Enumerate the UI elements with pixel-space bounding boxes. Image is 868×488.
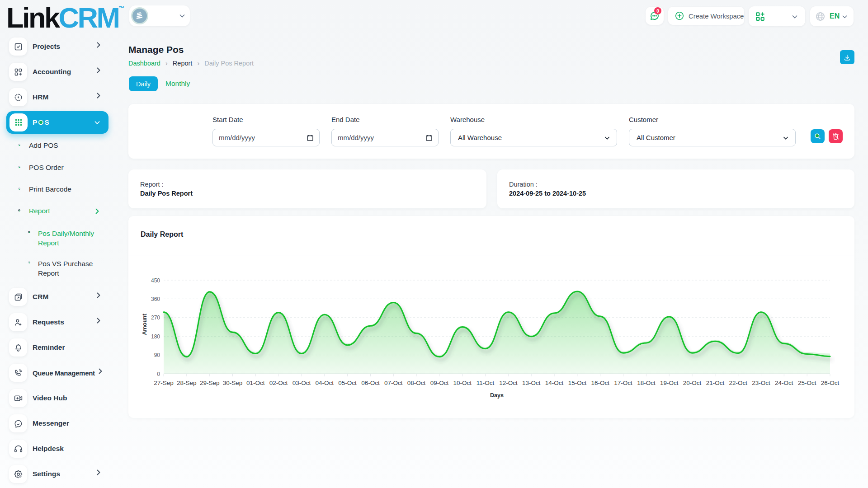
svg-text:28-Sep: 28-Sep [177, 380, 197, 386]
svg-text:02-Oct: 02-Oct [269, 380, 288, 386]
svg-text:08-Oct: 08-Oct [407, 380, 426, 386]
svg-text:14-Oct: 14-Oct [545, 380, 564, 386]
svg-text:90: 90 [154, 352, 160, 358]
svg-text:25-Oct: 25-Oct [798, 380, 816, 386]
svg-text:Amount: Amount [142, 314, 148, 335]
svg-text:06-Oct: 06-Oct [361, 380, 380, 386]
svg-text:10-Oct: 10-Oct [453, 380, 472, 386]
svg-text:12-Oct: 12-Oct [499, 380, 518, 386]
svg-text:04-Oct: 04-Oct [316, 380, 334, 386]
svg-text:09-Oct: 09-Oct [430, 380, 449, 386]
svg-text:270: 270 [151, 314, 160, 321]
svg-text:11-Oct: 11-Oct [476, 380, 495, 386]
svg-text:18-Oct: 18-Oct [637, 380, 656, 386]
svg-text:450: 450 [151, 277, 160, 284]
svg-text:0: 0 [157, 371, 160, 377]
svg-text:01-Oct: 01-Oct [246, 380, 265, 386]
svg-text:360: 360 [151, 296, 160, 302]
svg-text:27-Sep: 27-Sep [154, 380, 174, 386]
svg-text:03-Oct: 03-Oct [292, 380, 311, 386]
svg-text:07-Oct: 07-Oct [384, 380, 403, 386]
svg-text:30-Sep: 30-Sep [223, 380, 243, 386]
svg-text:21-Oct: 21-Oct [706, 380, 725, 386]
svg-text:26-Oct: 26-Oct [821, 380, 840, 386]
svg-text:180: 180 [151, 333, 160, 340]
svg-text:22-Oct: 22-Oct [729, 380, 747, 386]
svg-text:29-Sep: 29-Sep [200, 380, 220, 386]
svg-text:13-Oct: 13-Oct [522, 380, 541, 386]
svg-text:Days: Days [490, 392, 504, 399]
svg-text:17-Oct: 17-Oct [614, 380, 632, 386]
svg-text:05-Oct: 05-Oct [338, 380, 357, 386]
svg-text:16-Oct: 16-Oct [591, 380, 609, 386]
svg-text:24-Oct: 24-Oct [775, 380, 793, 386]
svg-text:19-Oct: 19-Oct [660, 380, 679, 386]
svg-text:15-Oct: 15-Oct [568, 380, 587, 386]
svg-text:20-Oct: 20-Oct [683, 380, 702, 386]
svg-text:23-Oct: 23-Oct [752, 380, 770, 386]
